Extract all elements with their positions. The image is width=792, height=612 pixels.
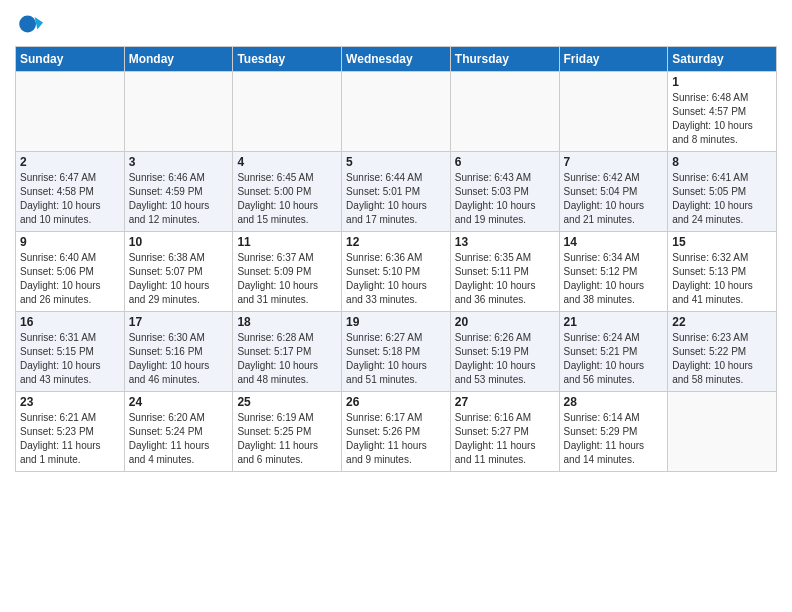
- day-number: 3: [129, 155, 229, 169]
- calendar-cell: 22Sunrise: 6:23 AM Sunset: 5:22 PM Dayli…: [668, 312, 777, 392]
- day-info: Sunrise: 6:17 AM Sunset: 5:26 PM Dayligh…: [346, 411, 446, 467]
- calendar-cell: 10Sunrise: 6:38 AM Sunset: 5:07 PM Dayli…: [124, 232, 233, 312]
- day-number: 25: [237, 395, 337, 409]
- calendar-cell: 6Sunrise: 6:43 AM Sunset: 5:03 PM Daylig…: [450, 152, 559, 232]
- day-number: 24: [129, 395, 229, 409]
- day-info: Sunrise: 6:41 AM Sunset: 5:05 PM Dayligh…: [672, 171, 772, 227]
- day-info: Sunrise: 6:14 AM Sunset: 5:29 PM Dayligh…: [564, 411, 664, 467]
- calendar-cell: [668, 392, 777, 472]
- calendar-cell: 25Sunrise: 6:19 AM Sunset: 5:25 PM Dayli…: [233, 392, 342, 472]
- calendar-cell: 11Sunrise: 6:37 AM Sunset: 5:09 PM Dayli…: [233, 232, 342, 312]
- calendar-cell: [342, 72, 451, 152]
- logo-icon: [15, 10, 43, 38]
- day-info: Sunrise: 6:21 AM Sunset: 5:23 PM Dayligh…: [20, 411, 120, 467]
- day-number: 16: [20, 315, 120, 329]
- day-number: 2: [20, 155, 120, 169]
- day-number: 18: [237, 315, 337, 329]
- day-number: 27: [455, 395, 555, 409]
- day-info: Sunrise: 6:20 AM Sunset: 5:24 PM Dayligh…: [129, 411, 229, 467]
- calendar-cell: 7Sunrise: 6:42 AM Sunset: 5:04 PM Daylig…: [559, 152, 668, 232]
- calendar-cell: 14Sunrise: 6:34 AM Sunset: 5:12 PM Dayli…: [559, 232, 668, 312]
- calendar-cell: 28Sunrise: 6:14 AM Sunset: 5:29 PM Dayli…: [559, 392, 668, 472]
- logo: [15, 10, 45, 38]
- calendar-cell: 20Sunrise: 6:26 AM Sunset: 5:19 PM Dayli…: [450, 312, 559, 392]
- calendar-cell: 9Sunrise: 6:40 AM Sunset: 5:06 PM Daylig…: [16, 232, 125, 312]
- day-number: 22: [672, 315, 772, 329]
- day-number: 1: [672, 75, 772, 89]
- svg-point-0: [19, 16, 36, 33]
- day-info: Sunrise: 6:28 AM Sunset: 5:17 PM Dayligh…: [237, 331, 337, 387]
- header-tuesday: Tuesday: [233, 47, 342, 72]
- day-number: 23: [20, 395, 120, 409]
- day-number: 5: [346, 155, 446, 169]
- day-info: Sunrise: 6:31 AM Sunset: 5:15 PM Dayligh…: [20, 331, 120, 387]
- day-number: 6: [455, 155, 555, 169]
- day-number: 7: [564, 155, 664, 169]
- day-info: Sunrise: 6:43 AM Sunset: 5:03 PM Dayligh…: [455, 171, 555, 227]
- day-info: Sunrise: 6:32 AM Sunset: 5:13 PM Dayligh…: [672, 251, 772, 307]
- day-info: Sunrise: 6:42 AM Sunset: 5:04 PM Dayligh…: [564, 171, 664, 227]
- day-number: 9: [20, 235, 120, 249]
- header-wednesday: Wednesday: [342, 47, 451, 72]
- day-number: 4: [237, 155, 337, 169]
- day-number: 28: [564, 395, 664, 409]
- day-info: Sunrise: 6:16 AM Sunset: 5:27 PM Dayligh…: [455, 411, 555, 467]
- day-info: Sunrise: 6:24 AM Sunset: 5:21 PM Dayligh…: [564, 331, 664, 387]
- day-info: Sunrise: 6:27 AM Sunset: 5:18 PM Dayligh…: [346, 331, 446, 387]
- day-info: Sunrise: 6:35 AM Sunset: 5:11 PM Dayligh…: [455, 251, 555, 307]
- calendar-cell: 18Sunrise: 6:28 AM Sunset: 5:17 PM Dayli…: [233, 312, 342, 392]
- day-info: Sunrise: 6:23 AM Sunset: 5:22 PM Dayligh…: [672, 331, 772, 387]
- calendar-cell: 21Sunrise: 6:24 AM Sunset: 5:21 PM Dayli…: [559, 312, 668, 392]
- day-info: Sunrise: 6:48 AM Sunset: 4:57 PM Dayligh…: [672, 91, 772, 147]
- calendar-cell: [559, 72, 668, 152]
- calendar-cell: 17Sunrise: 6:30 AM Sunset: 5:16 PM Dayli…: [124, 312, 233, 392]
- calendar-cell: 23Sunrise: 6:21 AM Sunset: 5:23 PM Dayli…: [16, 392, 125, 472]
- calendar-cell: 26Sunrise: 6:17 AM Sunset: 5:26 PM Dayli…: [342, 392, 451, 472]
- calendar-cell: [233, 72, 342, 152]
- day-number: 17: [129, 315, 229, 329]
- week-row-0: 1Sunrise: 6:48 AM Sunset: 4:57 PM Daylig…: [16, 72, 777, 152]
- day-info: Sunrise: 6:34 AM Sunset: 5:12 PM Dayligh…: [564, 251, 664, 307]
- day-number: 11: [237, 235, 337, 249]
- calendar-cell: [124, 72, 233, 152]
- week-row-4: 23Sunrise: 6:21 AM Sunset: 5:23 PM Dayli…: [16, 392, 777, 472]
- header-friday: Friday: [559, 47, 668, 72]
- day-number: 20: [455, 315, 555, 329]
- header-sunday: Sunday: [16, 47, 125, 72]
- calendar-cell: 3Sunrise: 6:46 AM Sunset: 4:59 PM Daylig…: [124, 152, 233, 232]
- calendar-cell: 8Sunrise: 6:41 AM Sunset: 5:05 PM Daylig…: [668, 152, 777, 232]
- day-info: Sunrise: 6:40 AM Sunset: 5:06 PM Dayligh…: [20, 251, 120, 307]
- day-info: Sunrise: 6:44 AM Sunset: 5:01 PM Dayligh…: [346, 171, 446, 227]
- header: [15, 10, 777, 38]
- header-saturday: Saturday: [668, 47, 777, 72]
- calendar-cell: 2Sunrise: 6:47 AM Sunset: 4:58 PM Daylig…: [16, 152, 125, 232]
- day-number: 26: [346, 395, 446, 409]
- day-number: 21: [564, 315, 664, 329]
- calendar-table: SundayMondayTuesdayWednesdayThursdayFrid…: [15, 46, 777, 472]
- calendar-cell: 13Sunrise: 6:35 AM Sunset: 5:11 PM Dayli…: [450, 232, 559, 312]
- day-info: Sunrise: 6:19 AM Sunset: 5:25 PM Dayligh…: [237, 411, 337, 467]
- day-number: 15: [672, 235, 772, 249]
- day-info: Sunrise: 6:37 AM Sunset: 5:09 PM Dayligh…: [237, 251, 337, 307]
- day-number: 14: [564, 235, 664, 249]
- day-number: 19: [346, 315, 446, 329]
- day-info: Sunrise: 6:30 AM Sunset: 5:16 PM Dayligh…: [129, 331, 229, 387]
- day-number: 13: [455, 235, 555, 249]
- calendar-cell: 15Sunrise: 6:32 AM Sunset: 5:13 PM Dayli…: [668, 232, 777, 312]
- day-info: Sunrise: 6:45 AM Sunset: 5:00 PM Dayligh…: [237, 171, 337, 227]
- week-row-1: 2Sunrise: 6:47 AM Sunset: 4:58 PM Daylig…: [16, 152, 777, 232]
- calendar-cell: [16, 72, 125, 152]
- header-thursday: Thursday: [450, 47, 559, 72]
- day-info: Sunrise: 6:47 AM Sunset: 4:58 PM Dayligh…: [20, 171, 120, 227]
- week-row-2: 9Sunrise: 6:40 AM Sunset: 5:06 PM Daylig…: [16, 232, 777, 312]
- calendar-cell: 27Sunrise: 6:16 AM Sunset: 5:27 PM Dayli…: [450, 392, 559, 472]
- day-info: Sunrise: 6:38 AM Sunset: 5:07 PM Dayligh…: [129, 251, 229, 307]
- calendar-cell: [450, 72, 559, 152]
- calendar-cell: 24Sunrise: 6:20 AM Sunset: 5:24 PM Dayli…: [124, 392, 233, 472]
- calendar-cell: 4Sunrise: 6:45 AM Sunset: 5:00 PM Daylig…: [233, 152, 342, 232]
- page: SundayMondayTuesdayWednesdayThursdayFrid…: [0, 0, 792, 482]
- day-info: Sunrise: 6:36 AM Sunset: 5:10 PM Dayligh…: [346, 251, 446, 307]
- calendar-cell: 5Sunrise: 6:44 AM Sunset: 5:01 PM Daylig…: [342, 152, 451, 232]
- day-number: 8: [672, 155, 772, 169]
- day-number: 12: [346, 235, 446, 249]
